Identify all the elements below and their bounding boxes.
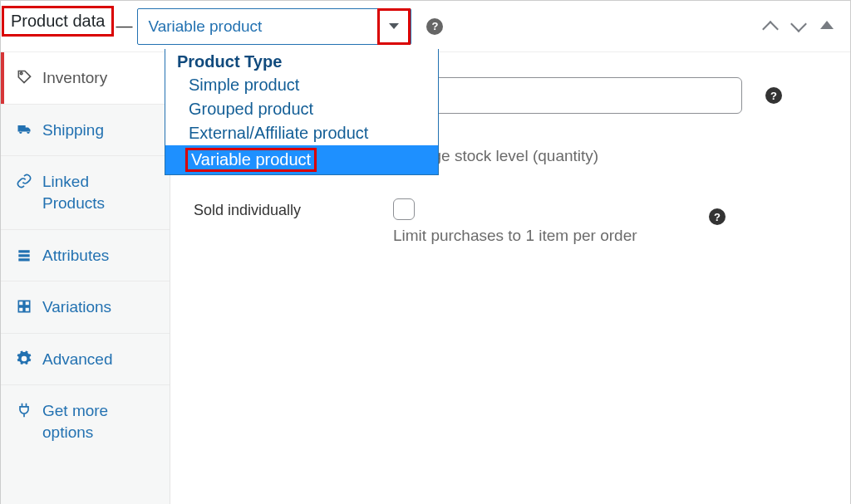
help-icon[interactable]: ? [765,87,782,104]
sold-individually-description: Limit purchases to 1 item per order [393,227,827,245]
plug-icon [16,402,32,418]
option-variable-product[interactable]: Variable product [165,145,438,174]
tab-get-more-options[interactable]: Get more options [1,385,170,458]
sold-individually-row: Sold individually ? Limit purchases to 1… [194,198,827,245]
grid-icon [16,298,32,315]
help-icon[interactable]: ? [426,18,443,35]
tab-inventory[interactable]: Inventory [1,52,170,105]
link-icon [16,173,32,189]
dropdown-group-label: Product Type [165,49,438,73]
tab-variations[interactable]: Variations [1,281,170,334]
gear-icon [16,350,32,367]
tab-label: Get more options [42,400,155,443]
product-data-tabs: Inventory Shipping Linked Products Attri… [1,52,170,504]
panel-title: Product data [2,6,114,37]
tab-label: Variations [42,296,111,318]
product-type-dropdown: Product Type Simple product Grouped prod… [165,49,439,175]
product-data-panel: Product data — Variable product ? Produc… [0,0,851,504]
panel-header: Product data — Variable product ? Produc… [1,1,850,52]
triangle-up-icon[interactable] [820,21,834,29]
chevron-down-icon [389,23,399,29]
tab-label: Advanced [42,349,113,370]
option-external-affiliate-product[interactable]: External/Affiliate product [165,121,438,145]
tab-label: Linked Products [42,171,155,213]
list-icon [16,247,32,263]
panel-header-controls [764,19,834,31]
help-icon[interactable]: ? [709,208,726,225]
tab-label: Shipping [42,120,104,141]
sold-individually-checkbox[interactable] [393,198,415,220]
title-dash: — [116,17,132,36]
chevron-up-icon[interactable] [764,19,775,31]
tab-label: Attributes [42,245,109,267]
sku-input[interactable] [393,77,742,114]
tab-attributes[interactable]: Attributes [1,230,170,282]
sold-individually-label: Sold individually [194,198,393,219]
option-grouped-product[interactable]: Grouped product [165,97,438,121]
tab-shipping[interactable]: Shipping [1,105,170,157]
chevron-down-icon[interactable] [792,19,804,31]
tab-label: Inventory [42,67,107,89]
tab-linked-products[interactable]: Linked Products [1,156,170,229]
tab-advanced[interactable]: Advanced [1,334,170,386]
option-simple-product[interactable]: Simple product [165,73,438,97]
tag-icon [16,69,32,86]
option-variable-product-label: Variable product [185,148,317,172]
manage-stock-description: Manage stock level (quantity) [393,147,827,165]
product-type-select[interactable]: Variable product [137,8,411,45]
product-type-selected-label: Variable product [148,17,262,36]
product-type-caret-highlight [377,8,411,45]
truck-icon [16,121,32,138]
